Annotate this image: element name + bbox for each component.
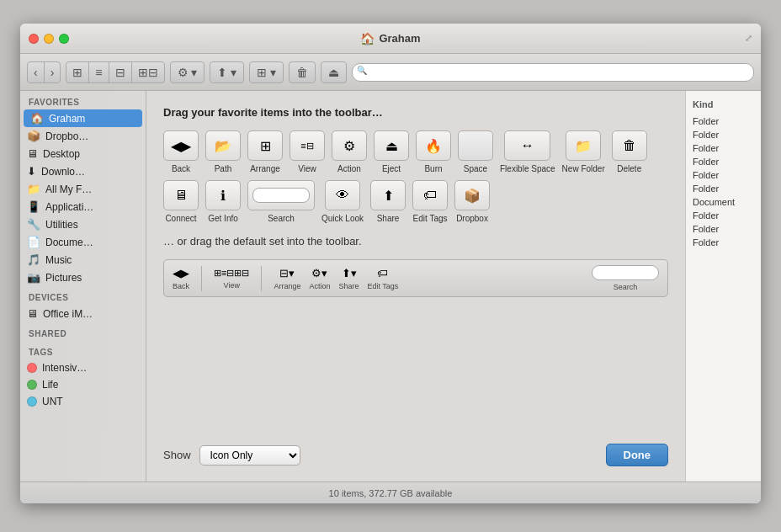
green-tag-dot (27, 380, 37, 390)
titlebar: 🏠 Graham ⤢ (20, 24, 761, 54)
toolbar-items-grid: ◀▶ Back 📂 Path ⊞ (163, 130, 668, 223)
dropbox-icon: 📦 (27, 130, 40, 142)
default-search-label: Search (614, 283, 638, 291)
connect-icon: 🖥 (174, 188, 188, 203)
default-back-item: ◀▶ Back (173, 267, 189, 290)
close-button[interactable] (29, 34, 39, 44)
separator (201, 266, 202, 291)
minimize-button[interactable] (44, 34, 54, 44)
cover-flow-button[interactable]: ⊞⊟ (132, 62, 164, 82)
customize-item-connect[interactable]: 🖥 Connect (163, 180, 199, 223)
customize-item-arrange[interactable]: ⊞ Arrange (247, 130, 283, 173)
customize-item-action[interactable]: ⚙ Action (332, 130, 367, 173)
new-folder-icon: 📁 (575, 138, 592, 154)
forward-button[interactable]: › (45, 62, 61, 82)
default-edit-tags-label: Edit Tags (368, 282, 399, 290)
back-item-icon: ◀▶ (163, 130, 199, 161)
customize-item-new-folder[interactable]: 📁 New Folder (562, 130, 605, 173)
customize-item-path[interactable]: 📂 Path (205, 130, 241, 173)
kind-item: Folder (693, 114, 754, 128)
customize-item-eject[interactable]: ⏏ Eject (374, 130, 409, 173)
show-select[interactable]: Icon Only Icon & Text Text Only (199, 445, 300, 466)
eject-icon: ⏏ (385, 138, 398, 154)
list-view-button[interactable]: ≡ (89, 62, 109, 82)
sidebar-item-pictures[interactable]: 📷 Pictures (20, 269, 146, 286)
delete-item-icon: 🗑 (612, 130, 647, 161)
back-arrows-icon: ◀▶ (171, 138, 191, 154)
sidebar-item-downloads[interactable]: ⬇ Downlo… (20, 162, 146, 180)
sidebar-item-utilities[interactable]: 🔧 Utilities (20, 215, 146, 233)
view-group: ⊞ ≡ ⊟ ⊞⊟ (66, 61, 164, 83)
view-icon: ≡⊟ (300, 141, 313, 152)
arrange-button[interactable]: ⊞ ▾ (249, 61, 284, 83)
delete-item-label: Delete (617, 164, 641, 173)
window-title: 🏠 Graham (360, 32, 420, 45)
default-share-icon: ⬆▾ (342, 267, 357, 279)
sidebar-item-desktop[interactable]: 🖥 Desktop (20, 145, 146, 162)
office-icon: 🖥 (27, 307, 38, 320)
devices-header: DEVICES (20, 286, 146, 305)
icon-view-button[interactable]: ⊞ (66, 62, 89, 82)
customize-item-edit-tags[interactable]: 🏷 Edit Tags (412, 180, 448, 223)
sidebar-item-label: Dropbo… (45, 130, 88, 142)
trash-button[interactable]: 🗑 (289, 61, 316, 83)
back-button[interactable]: ‹ (28, 62, 45, 82)
default-action-label: Action (309, 282, 330, 290)
customize-item-search[interactable]: Search (247, 180, 315, 223)
customize-item-dropbox[interactable]: 📦 Dropbox (454, 180, 490, 223)
action-item-label: Action (337, 164, 361, 173)
sidebar-item-tag-life[interactable]: Life (20, 376, 146, 393)
dropbox-customize-icon: 📦 (464, 188, 481, 204)
sidebar-item-label: Intensiv… (42, 362, 87, 374)
pictures-icon: 📷 (27, 271, 40, 284)
search-item-icon (247, 180, 315, 210)
customize-item-get-info[interactable]: ℹ Get Info (205, 180, 241, 223)
action-button[interactable]: ⚙ ▾ (170, 61, 205, 83)
default-edit-tags-item: 🏷 Edit Tags (368, 267, 399, 290)
default-back-label: Back (173, 282, 189, 290)
done-button[interactable]: Done (606, 444, 669, 466)
sidebar-item-tag-intensive[interactable]: Intensiv… (20, 359, 146, 376)
edit-tags-item-icon: 🏷 (412, 180, 448, 210)
search-input[interactable] (352, 63, 754, 82)
sidebar-item-tag-unt[interactable]: UNT (20, 393, 146, 410)
customize-item-flexible-space[interactable]: ↔ Flexible Space (500, 130, 555, 173)
fullscreen-button[interactable] (59, 34, 69, 44)
sidebar-item-office[interactable]: 🖥 Office iM… (20, 305, 146, 322)
sidebar-item-applications[interactable]: 📱 Applicati… (20, 198, 146, 215)
view-item-icon: ≡⊟ (290, 130, 325, 161)
downloads-icon: ⬇ (27, 165, 36, 178)
default-share-label: Share (338, 282, 359, 290)
share-button[interactable]: ⬆ ▾ (210, 61, 244, 83)
blue-tag-dot (27, 396, 37, 407)
window-expand-icon[interactable]: ⤢ (745, 33, 752, 44)
default-share-item: ⬆▾ Share (338, 267, 359, 290)
customize-item-burn[interactable]: 🔥 Burn (416, 130, 451, 173)
customize-item-share[interactable]: ⬆ Share (370, 180, 406, 223)
desktop-icon: 🖥 (27, 147, 38, 160)
eject-button[interactable]: ⏏ (321, 61, 347, 83)
sidebar-item-dropbox[interactable]: 📦 Dropbo… (20, 127, 146, 145)
sidebar-item-label: Life (42, 379, 58, 391)
sidebar-item-label: Pictures (45, 272, 82, 284)
sidebar-item-all-my-files[interactable]: 📁 All My F… (20, 180, 146, 198)
new-folder-item-icon: 📁 (566, 130, 601, 161)
column-view-button[interactable]: ⊟ (109, 62, 132, 82)
show-label: Show (163, 449, 191, 461)
finder-window: 🏠 Graham ⤢ ‹ › ⊞ ≡ ⊟ ⊞⊟ ⚙ ▾ ⬆ ▾ ⊞ ▾ 🗑 ⏏ … (20, 24, 761, 503)
customize-item-view[interactable]: ≡⊟ View (290, 130, 325, 173)
sidebar-item-graham[interactable]: 🏠 Graham (24, 109, 142, 127)
customize-item-quick-look[interactable]: 👁 Quick Look (321, 180, 364, 223)
view-item-label: View (298, 164, 316, 173)
default-toolbar[interactable]: ◀▶ Back ⊞≡⊟⊞⊟ View ⊟▾ Arrange ⚙▾ (163, 259, 668, 297)
kind-header: Kind (693, 99, 754, 109)
sidebar: FAVORITES 🏠 Graham 📦 Dropbo… 🖥 Desktop ⬇… (20, 91, 146, 481)
customize-item-back[interactable]: ◀▶ Back (163, 130, 199, 173)
customize-item-delete[interactable]: 🗑 Delete (612, 130, 647, 173)
space-item-label: Space (464, 164, 487, 173)
connect-item-label: Connect (165, 214, 196, 223)
sidebar-item-label: Desktop (43, 148, 80, 160)
sidebar-item-documents[interactable]: 📄 Docume… (20, 233, 146, 251)
customize-item-space[interactable]: Space (458, 130, 493, 173)
sidebar-item-music[interactable]: 🎵 Music (20, 251, 146, 269)
